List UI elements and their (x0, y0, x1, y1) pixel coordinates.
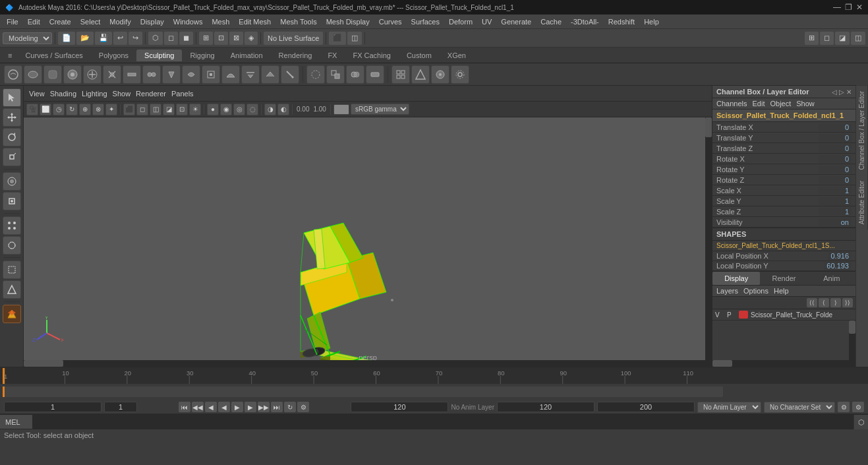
tab-animation[interactable]: Animation (223, 49, 271, 61)
ao-btn[interactable]: ◉ (220, 104, 232, 115)
new-scene-btn[interactable]: 📄 (58, 32, 75, 45)
ipr-btn[interactable]: ◫ (347, 32, 362, 45)
prev-frame-btn[interactable]: ◀ (205, 402, 217, 412)
cam-btn6[interactable]: ⊗ (92, 104, 104, 115)
lasso-btn[interactable]: ◻ (164, 32, 178, 45)
menu-mesh-tools[interactable]: Mesh Tools (276, 16, 320, 27)
open-scene-btn[interactable]: 📂 (76, 32, 94, 45)
anim-layer-dropdown[interactable]: No Anim Layer (697, 402, 761, 413)
menu-generate[interactable]: Generate (497, 16, 535, 27)
menu-uv[interactable]: UV (478, 16, 496, 27)
tab-custom[interactable]: Custom (399, 49, 440, 61)
grid-layout-btn[interactable]: ⊞ (805, 32, 819, 45)
sculpt-object-btn[interactable] (431, 65, 449, 84)
menu-deform[interactable]: Deform (445, 16, 477, 27)
tab-rigging[interactable]: Rigging (182, 49, 222, 61)
play-back-btn[interactable]: ◀ (218, 402, 230, 412)
soft-select-btn[interactable] (3, 172, 21, 191)
dof-btn[interactable]: ◎ (233, 104, 245, 115)
viewport-renderer-menu[interactable]: Renderer (136, 90, 166, 98)
flat-btn[interactable]: ◻ (136, 104, 148, 115)
color-management-box[interactable] (333, 104, 349, 115)
light-btn[interactable]: ☀ (189, 104, 201, 115)
viewport-shading-menu[interactable]: Shading (50, 90, 76, 98)
layer-nav-prev[interactable]: ⟨ (819, 298, 829, 307)
menu-surfaces[interactable]: Surfaces (407, 16, 444, 27)
viewport-panels-menu[interactable]: Panels (171, 90, 194, 98)
sculpt-settings-btn[interactable] (451, 65, 469, 84)
sculpt-clone-btn[interactable] (326, 65, 345, 84)
tab-anim[interactable]: Anim (808, 272, 855, 285)
cam-btn2[interactable]: ⬜ (40, 104, 51, 115)
anim-settings-btn2[interactable]: ⚙ (852, 402, 864, 412)
cam-btn4[interactable]: ↻ (66, 104, 78, 115)
axis-btn[interactable] (3, 305, 21, 323)
tab-fx[interactable]: FX (320, 49, 345, 61)
cb-expand-btn[interactable]: ▷ (839, 88, 844, 96)
sculpt-repeat-btn[interactable] (182, 65, 200, 84)
playback-settings-btn[interactable]: ⚙ (297, 402, 309, 412)
shadow-btn[interactable]: ● (207, 104, 219, 115)
snap-to-points-btn[interactable] (3, 216, 21, 235)
next-frame-btn[interactable]: ▶ (245, 402, 256, 412)
start-frame-field[interactable] (4, 402, 101, 412)
aa-btn[interactable]: ◌ (246, 104, 258, 115)
texture-btn[interactable]: ⊡ (176, 104, 188, 115)
sculpt-knife-btn[interactable] (281, 65, 299, 84)
sculpt-flatten-btn[interactable] (123, 65, 141, 84)
menu-modify[interactable]: Modify (105, 16, 134, 27)
help-menu[interactable]: Help (774, 287, 789, 295)
go-end-btn[interactable]: ⏭ (271, 402, 283, 412)
viewport-scrollbar-h[interactable] (24, 360, 705, 367)
viewport-lighting-menu[interactable]: Lighting (82, 90, 107, 98)
tab-rendering[interactable]: Rendering (271, 49, 320, 61)
shaded-btn[interactable]: ◫ (150, 104, 161, 115)
sculpt-smooth-btn[interactable] (24, 65, 42, 84)
end-frame-field[interactable] (497, 402, 594, 412)
channels-menu[interactable]: Channels (716, 100, 747, 108)
layout-btn[interactable]: ◫ (851, 32, 865, 45)
unknown-btn[interactable] (3, 280, 21, 299)
next-key-btn[interactable]: ▶▶ (258, 402, 270, 412)
sculpt-foamy-btn[interactable] (142, 65, 161, 84)
tab-fx-caching[interactable]: FX Caching (345, 49, 398, 61)
sculpt-pinch-btn[interactable] (103, 65, 121, 84)
cam-btn7[interactable]: ✦ (105, 104, 117, 115)
wireframe-btn[interactable]: ⬛ (123, 104, 135, 115)
sculpt-grid-btn[interactable] (391, 65, 410, 84)
char-set-dropdown[interactable]: No Character Set (764, 402, 835, 413)
close-button[interactable]: ✕ (856, 3, 863, 12)
sculpt-imprint-btn[interactable] (202, 65, 220, 84)
color-space-dropdown[interactable]: sRGB gamma (351, 104, 409, 115)
sculpt-push-btn[interactable] (63, 65, 82, 84)
cam-btn1[interactable]: 🎥 (26, 104, 38, 115)
gamma-btn[interactable]: ◐ (277, 104, 289, 115)
tab-polygons[interactable]: Polygons (91, 49, 136, 61)
cb-close-btn[interactable]: ✕ (846, 88, 852, 96)
select-tool-btn[interactable]: ⬡ (148, 32, 163, 45)
snap-surface-btn[interactable]: ◈ (245, 32, 258, 45)
quad-layout-btn[interactable]: ◪ (835, 32, 850, 45)
layer-nav-last[interactable]: ⟩⟩ (842, 298, 853, 307)
layers-menu[interactable]: Layers (716, 287, 738, 295)
total-frames-field[interactable] (597, 402, 695, 412)
menu-mesh[interactable]: Mesh (208, 16, 233, 27)
timeline-track[interactable] (0, 384, 868, 400)
menu-mesh-display[interactable]: Mesh Display (322, 16, 374, 27)
render-btn[interactable]: ⬛ (329, 32, 346, 45)
paint-select-btn[interactable] (3, 236, 21, 255)
layer-nav-next[interactable]: ⟩ (830, 298, 841, 307)
loop-btn[interactable]: ↻ (284, 402, 296, 412)
tab-xgen[interactable]: XGen (440, 49, 474, 61)
redo-btn[interactable]: ↪ (129, 32, 142, 45)
edit-menu[interactable]: Edit (752, 100, 765, 108)
command-input[interactable] (33, 415, 854, 429)
show-manipulator-btn[interactable] (3, 192, 21, 210)
sculpt-wax-btn[interactable] (221, 65, 240, 84)
shaded-wire-btn[interactable]: ◪ (163, 104, 175, 115)
menu-redshift[interactable]: Redshift (604, 16, 639, 27)
options-menu[interactable]: Options (743, 287, 768, 295)
sculpt-fill-btn[interactable] (261, 65, 279, 84)
prev-key-btn[interactable]: ◀◀ (192, 402, 204, 412)
menu-select[interactable]: Select (76, 16, 105, 27)
